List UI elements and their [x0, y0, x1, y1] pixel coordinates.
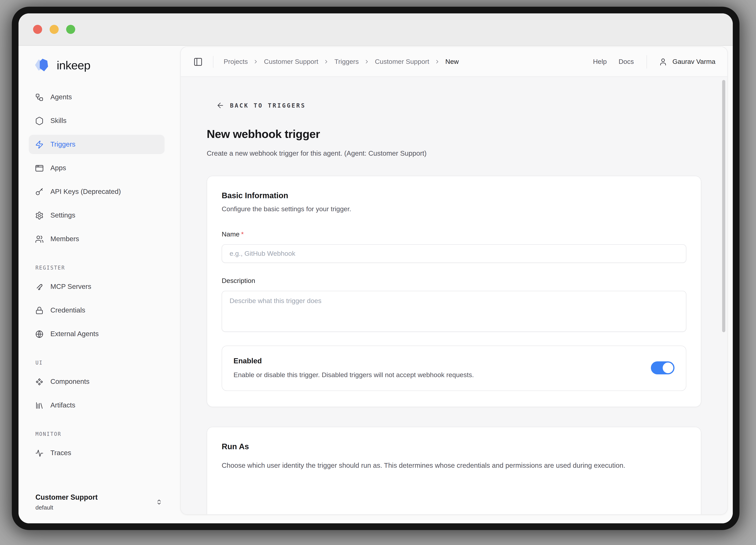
breadcrumb-triggers[interactable]: Triggers [334, 58, 359, 66]
docs-link[interactable]: Docs [619, 58, 634, 66]
sidebar-item-label: Triggers [50, 140, 75, 148]
project-switcher-texts: Customer Support default [35, 493, 155, 511]
inkeep-logo-icon [34, 57, 52, 74]
inkeep-wordmark: inkeep [57, 59, 90, 72]
run-as-description: Choose which user identity the trigger s… [222, 459, 686, 472]
page-subtitle: Create a new webhook trigger for this ag… [207, 149, 727, 158]
sidebar-item-mcp-servers[interactable]: MCP Servers [29, 277, 165, 296]
arrow-left-icon [216, 101, 224, 109]
sidebar-item-settings[interactable]: Settings [29, 206, 165, 225]
help-link[interactable]: Help [593, 58, 607, 66]
back-link-label: BACK TO TRIGGERS [230, 102, 306, 109]
required-marker: * [241, 230, 244, 238]
breadcrumb-customer-support-2[interactable]: Customer Support [375, 58, 429, 66]
zoom-button[interactable] [66, 25, 75, 34]
sidebar-item-apps[interactable]: Apps [29, 158, 165, 178]
sidebar-item-label: External Agents [50, 330, 99, 338]
enabled-title: Enabled [233, 357, 639, 365]
breadcrumb-customer-support[interactable]: Customer Support [264, 58, 318, 66]
sidebar-section-ui: UI [35, 360, 165, 366]
app-area: inkeep Agents Skills [19, 46, 733, 523]
enabled-setting-card: Enabled Enable or disable this trigger. … [222, 346, 686, 391]
sidebar-item-label: Traces [50, 449, 71, 457]
app-window: inkeep Agents Skills [12, 7, 739, 530]
description-textarea[interactable] [222, 291, 686, 332]
sidebar-item-label: Agents [50, 93, 72, 101]
activity-icon [35, 449, 44, 457]
sidebar-item-artifacts[interactable]: Artifacts [29, 396, 165, 415]
name-input[interactable] [222, 244, 686, 263]
sidebar-item-traces[interactable]: Traces [29, 443, 165, 463]
app-window-icon [35, 164, 44, 172]
basic-info-description: Configure the basic settings for your tr… [222, 205, 686, 213]
content-scrollbar[interactable] [722, 80, 725, 332]
stage: inkeep Agents Skills [0, 0, 756, 545]
minimize-button[interactable] [50, 25, 59, 34]
hexagon-icon [35, 116, 44, 125]
sidebar-item-label: Settings [50, 211, 75, 219]
header-divider [213, 56, 213, 68]
chevron-right-icon [434, 59, 440, 65]
main-panel: Projects Customer Support Triggers [180, 46, 728, 515]
sidebar-item-credentials[interactable]: Credentials [29, 301, 165, 320]
toggle-knob [663, 363, 673, 373]
breadcrumb: Projects Customer Support Triggers [224, 58, 581, 66]
sidebar-item-members[interactable]: Members [29, 229, 165, 249]
project-variant: default [35, 504, 155, 511]
project-switcher[interactable]: Customer Support default [29, 493, 165, 513]
sidebar-item-label: Components [50, 378, 89, 386]
enabled-toggle[interactable] [651, 361, 674, 374]
chevron-right-icon [364, 59, 370, 65]
description-label: Description [222, 277, 686, 285]
sidebar: inkeep Agents Skills [19, 46, 180, 523]
run-as-heading: Run As [222, 442, 686, 451]
sidebar-item-agents[interactable]: Agents [29, 87, 165, 107]
window-chrome: inkeep Agents Skills [19, 13, 733, 523]
user-name: Gaurav Varma [672, 58, 715, 66]
user-icon [659, 57, 667, 66]
basic-information-card: Basic Information Configure the basic se… [207, 176, 701, 407]
sidebar-item-skills[interactable]: Skills [29, 111, 165, 130]
breadcrumb-new: New [445, 58, 459, 66]
lock-icon [35, 306, 44, 315]
users-icon [35, 235, 44, 243]
sidebar-item-components[interactable]: Components [29, 372, 165, 391]
component-icon [35, 377, 44, 386]
library-icon [35, 401, 44, 410]
page-title: New webhook trigger [207, 128, 727, 141]
header-divider [646, 55, 647, 68]
key-icon [35, 187, 44, 196]
mcp-icon [35, 283, 44, 291]
sidebar-item-label: Skills [50, 117, 67, 125]
sidebar-section-monitor: MONITOR [35, 431, 165, 437]
panel-body: BACK TO TRIGGERS New webhook trigger Cre… [181, 77, 727, 514]
enabled-texts: Enabled Enable or disable this trigger. … [233, 357, 639, 379]
gear-icon [35, 211, 44, 220]
workflow-icon [35, 93, 44, 101]
sidebar-item-label: API Keys (Deprecated) [50, 187, 121, 196]
user-menu[interactable]: Gaurav Varma [659, 57, 715, 66]
chevron-right-icon [253, 59, 259, 65]
sidebar-item-label: MCP Servers [50, 283, 91, 291]
sidebar-item-label: Apps [50, 164, 66, 172]
basic-info-heading: Basic Information [222, 191, 686, 200]
enabled-description: Enable or disable this trigger. Disabled… [233, 371, 639, 379]
chevrons-up-down-icon [155, 498, 163, 506]
globe-icon [35, 330, 44, 338]
panel-left-toggle-icon[interactable] [193, 57, 203, 66]
sidebar-item-label: Members [50, 235, 79, 243]
sidebar-item-triggers[interactable]: Triggers [29, 135, 165, 154]
zap-icon [35, 140, 44, 149]
name-label: Name* [222, 230, 686, 238]
sidebar-item-external-agents[interactable]: External Agents [29, 324, 165, 344]
chevron-right-icon [323, 59, 329, 65]
back-to-triggers-link[interactable]: BACK TO TRIGGERS [216, 101, 727, 109]
sidebar-item-label: Credentials [50, 306, 85, 315]
sidebar-item-api-keys[interactable]: API Keys (Deprecated) [29, 182, 165, 201]
inkeep-logo[interactable]: inkeep [29, 53, 165, 78]
run-as-card: Run As Choose which user identity the tr… [207, 427, 701, 514]
project-name: Customer Support [35, 493, 155, 502]
panel-header: Projects Customer Support Triggers [181, 47, 727, 77]
breadcrumb-projects[interactable]: Projects [224, 58, 248, 66]
close-button[interactable] [33, 25, 42, 34]
